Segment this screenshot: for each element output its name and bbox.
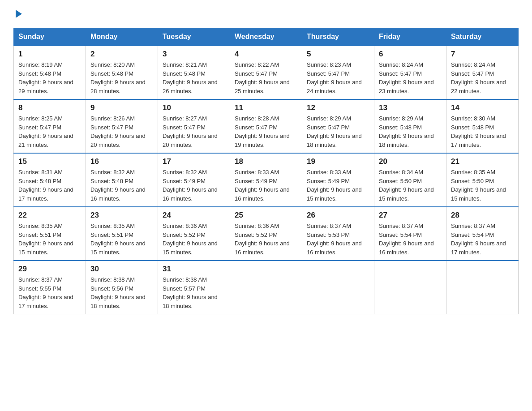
day-number: 17 [163,157,225,166]
day-number: 30 [90,265,153,274]
table-row: 12Sunrise: 8:29 AMSunset: 5:47 PMDayligh… [302,99,374,153]
day-info: Sunrise: 8:33 AMSunset: 5:49 PMDaylight:… [307,168,369,203]
table-row: 10Sunrise: 8:27 AMSunset: 5:47 PMDayligh… [158,99,230,153]
col-sunday: Sunday [14,28,86,46]
day-number: 2 [90,50,153,59]
day-info: Sunrise: 8:36 AMSunset: 5:52 PMDaylight:… [163,222,225,257]
table-row [230,261,302,314]
day-number: 8 [18,103,81,112]
calendar-week-row: 15Sunrise: 8:31 AMSunset: 5:48 PMDayligh… [14,153,519,207]
day-number: 10 [163,103,225,112]
day-number: 18 [235,157,297,166]
day-info: Sunrise: 8:36 AMSunset: 5:52 PMDaylight:… [235,222,297,257]
day-info: Sunrise: 8:23 AMSunset: 5:47 PMDaylight:… [307,60,369,95]
table-row: 26Sunrise: 8:37 AMSunset: 5:53 PMDayligh… [302,207,374,261]
table-row: 2Sunrise: 8:20 AMSunset: 5:48 PMDaylight… [86,46,158,99]
table-row: 18Sunrise: 8:33 AMSunset: 5:49 PMDayligh… [230,153,302,207]
day-info: Sunrise: 8:33 AMSunset: 5:49 PMDaylight:… [235,168,297,203]
table-row: 11Sunrise: 8:28 AMSunset: 5:47 PMDayligh… [230,99,302,153]
day-number: 12 [307,103,369,112]
day-info: Sunrise: 8:31 AMSunset: 5:48 PMDaylight:… [18,168,81,203]
table-row: 17Sunrise: 8:32 AMSunset: 5:49 PMDayligh… [158,153,230,207]
day-info: Sunrise: 8:38 AMSunset: 5:56 PMDaylight:… [90,275,153,310]
table-row: 28Sunrise: 8:37 AMSunset: 5:54 PMDayligh… [446,207,519,261]
day-info: Sunrise: 8:37 AMSunset: 5:54 PMDaylight:… [379,222,442,257]
day-number: 5 [307,50,369,59]
table-row: 20Sunrise: 8:34 AMSunset: 5:50 PMDayligh… [374,153,446,207]
table-row [374,261,446,314]
day-number: 21 [451,157,514,166]
day-info: Sunrise: 8:29 AMSunset: 5:48 PMDaylight:… [379,114,442,149]
col-tuesday: Tuesday [158,28,230,46]
day-number: 13 [379,103,442,112]
table-row: 30Sunrise: 8:38 AMSunset: 5:56 PMDayligh… [86,261,158,314]
table-row: 23Sunrise: 8:35 AMSunset: 5:51 PMDayligh… [86,207,158,261]
day-info: Sunrise: 8:27 AMSunset: 5:47 PMDaylight:… [163,114,225,149]
day-info: Sunrise: 8:22 AMSunset: 5:47 PMDaylight:… [235,60,297,95]
table-row: 15Sunrise: 8:31 AMSunset: 5:48 PMDayligh… [14,153,86,207]
col-saturday: Saturday [446,28,519,46]
day-info: Sunrise: 8:20 AMSunset: 5:48 PMDaylight:… [90,60,153,95]
day-info: Sunrise: 8:21 AMSunset: 5:48 PMDaylight:… [163,60,225,95]
day-number: 31 [163,265,225,274]
calendar-header-row: Sunday Monday Tuesday Wednesday Thursday… [14,28,519,46]
day-number: 24 [163,211,225,220]
day-number: 23 [90,211,153,220]
table-row: 14Sunrise: 8:30 AMSunset: 5:48 PMDayligh… [446,99,519,153]
table-row: 31Sunrise: 8:38 AMSunset: 5:57 PMDayligh… [158,261,230,314]
col-wednesday: Wednesday [230,28,302,46]
logo [13,9,24,19]
day-number: 15 [18,157,81,166]
svg-marker-0 [16,10,22,18]
day-info: Sunrise: 8:32 AMSunset: 5:48 PMDaylight:… [90,168,153,203]
day-number: 11 [235,103,297,112]
table-row: 25Sunrise: 8:36 AMSunset: 5:52 PMDayligh… [230,207,302,261]
table-row: 16Sunrise: 8:32 AMSunset: 5:48 PMDayligh… [86,153,158,207]
col-friday: Friday [374,28,446,46]
day-info: Sunrise: 8:25 AMSunset: 5:47 PMDaylight:… [18,114,81,149]
calendar-week-row: 29Sunrise: 8:37 AMSunset: 5:55 PMDayligh… [14,261,519,314]
day-number: 16 [90,157,153,166]
day-info: Sunrise: 8:24 AMSunset: 5:47 PMDaylight:… [379,60,442,95]
logo-arrow-icon [14,9,24,19]
calendar-week-row: 1Sunrise: 8:19 AMSunset: 5:48 PMDaylight… [14,46,519,99]
table-row: 13Sunrise: 8:29 AMSunset: 5:48 PMDayligh… [374,99,446,153]
table-row [302,261,374,314]
day-info: Sunrise: 8:35 AMSunset: 5:51 PMDaylight:… [18,222,81,257]
day-number: 19 [307,157,369,166]
col-thursday: Thursday [302,28,374,46]
table-row: 1Sunrise: 8:19 AMSunset: 5:48 PMDaylight… [14,46,86,99]
day-number: 7 [451,50,514,59]
table-row: 3Sunrise: 8:21 AMSunset: 5:48 PMDaylight… [158,46,230,99]
day-number: 28 [451,211,514,220]
day-info: Sunrise: 8:29 AMSunset: 5:47 PMDaylight:… [307,114,369,149]
day-number: 25 [235,211,297,220]
day-info: Sunrise: 8:37 AMSunset: 5:55 PMDaylight:… [18,275,81,310]
table-row: 6Sunrise: 8:24 AMSunset: 5:47 PMDaylight… [374,46,446,99]
day-number: 6 [379,50,442,59]
day-number: 26 [307,211,369,220]
day-number: 29 [18,265,81,274]
calendar-table: Sunday Monday Tuesday Wednesday Thursday… [13,28,519,314]
day-info: Sunrise: 8:26 AMSunset: 5:47 PMDaylight:… [90,114,153,149]
table-row: 5Sunrise: 8:23 AMSunset: 5:47 PMDaylight… [302,46,374,99]
table-row: 27Sunrise: 8:37 AMSunset: 5:54 PMDayligh… [374,207,446,261]
day-info: Sunrise: 8:24 AMSunset: 5:47 PMDaylight:… [451,60,514,95]
day-info: Sunrise: 8:37 AMSunset: 5:53 PMDaylight:… [307,222,369,257]
day-number: 20 [379,157,442,166]
table-row: 21Sunrise: 8:35 AMSunset: 5:50 PMDayligh… [446,153,519,207]
day-number: 27 [379,211,442,220]
table-row: 29Sunrise: 8:37 AMSunset: 5:55 PMDayligh… [14,261,86,314]
day-info: Sunrise: 8:19 AMSunset: 5:48 PMDaylight:… [18,60,81,95]
day-number: 22 [18,211,81,220]
table-row [446,261,519,314]
day-info: Sunrise: 8:34 AMSunset: 5:50 PMDaylight:… [379,168,442,203]
page-header [13,9,519,19]
table-row: 22Sunrise: 8:35 AMSunset: 5:51 PMDayligh… [14,207,86,261]
table-row: 19Sunrise: 8:33 AMSunset: 5:49 PMDayligh… [302,153,374,207]
day-info: Sunrise: 8:28 AMSunset: 5:47 PMDaylight:… [235,114,297,149]
day-info: Sunrise: 8:30 AMSunset: 5:48 PMDaylight:… [451,114,514,149]
calendar-week-row: 8Sunrise: 8:25 AMSunset: 5:47 PMDaylight… [14,99,519,153]
day-info: Sunrise: 8:38 AMSunset: 5:57 PMDaylight:… [163,275,225,310]
calendar-week-row: 22Sunrise: 8:35 AMSunset: 5:51 PMDayligh… [14,207,519,261]
